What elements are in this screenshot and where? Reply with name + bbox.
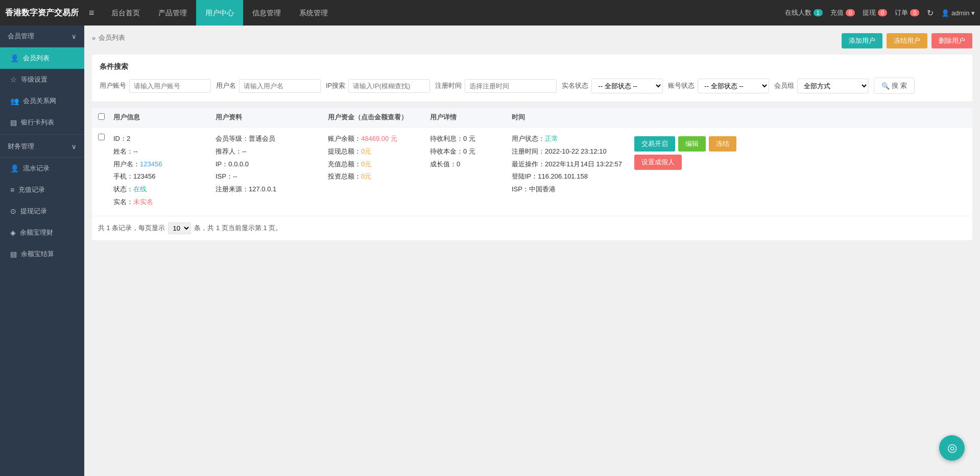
search-form: 用户账号 用户名 IP搜索 注册时间 实名状态 <box>100 78 965 94</box>
user-realname-row: 实名：未实名 <box>113 197 216 208</box>
member-section: 会员管理 ∨ 👤 会员列表 ☆ 等级设置 👥 会员关系网 ▤ 银行卡列表 <box>0 26 84 133</box>
withdraw-count: 提现 0 <box>863 8 887 17</box>
regtime-group: 注册时间 <box>435 79 557 93</box>
sidebar-item-withdraw-record[interactable]: ⊙ 提现记录 <box>0 201 84 222</box>
user-online-status: 在线 <box>133 185 147 193</box>
user-table: 用户信息 用户资料 用户资金（点击金额查看） 用户详情 时间 ID：2 姓名：-… <box>92 108 972 240</box>
account-balance[interactable]: 48469.00 元 <box>361 135 397 142</box>
fab-button[interactable]: ◎ <box>939 435 965 461</box>
user-mobile-row: 手机：123456 <box>113 171 216 182</box>
ip-input[interactable] <box>348 79 430 93</box>
sidebar-item-recharge-record[interactable]: ≡ 充值记录 <box>0 179 84 201</box>
reg-source-row: 注册来源：127.0.0.1 <box>216 184 328 195</box>
breadcrumb: » 会员列表 <box>92 33 125 42</box>
user-realname-status: 未实名 <box>133 198 153 206</box>
username-input[interactable] <box>239 79 321 93</box>
nav-system[interactable]: 系统管理 <box>290 0 337 26</box>
user-status-row: 状态：在线 <box>113 184 216 195</box>
recharge-total[interactable]: 0元 <box>361 160 371 168</box>
account-label: 用户账号 <box>100 81 126 90</box>
sidebar-item-member-network[interactable]: 👥 会员关系网 <box>0 90 84 112</box>
sidebar-item-balance-finance[interactable]: ◈ 余额宝理财 <box>0 222 84 243</box>
top-right-section: 在线人数 1 充值 0 提现 0 订单 0 ↻ 👤 admin ▾ <box>785 8 975 18</box>
account-input[interactable] <box>129 79 211 93</box>
online-count: 在线人数 1 <box>785 8 823 17</box>
admin-account[interactable]: 👤 admin ▾ <box>941 9 975 17</box>
sidebar-item-member-list[interactable]: 👤 会员列表 <box>0 47 84 69</box>
page-size-select[interactable]: 10 <box>168 222 191 234</box>
time-cell: 用户状态：正常 注册时间：2022-10-22 23:12:10 最近操作：20… <box>512 134 634 197</box>
realstatus-select[interactable]: -- 全部状态 -- <box>591 79 663 93</box>
select-all-checkbox[interactable] <box>98 113 105 120</box>
user-id-row: ID：2 <box>113 134 216 144</box>
receive-principal-row: 待收本金：0 元 <box>430 146 512 157</box>
invest-total[interactable]: 0元 <box>361 172 371 180</box>
membergroup-select[interactable]: 全部方式 <box>797 79 869 93</box>
row-checkbox[interactable] <box>98 134 105 140</box>
search-icon: 🔍 <box>881 82 890 90</box>
edit-user-button[interactable]: 编辑 <box>678 136 706 152</box>
col-header-check <box>98 113 113 121</box>
regtime-label: 注册时间 <box>435 81 462 90</box>
main-layout: 会员管理 ∨ 👤 会员列表 ☆ 等级设置 👥 会员关系网 ▤ 银行卡列表 <box>0 26 980 476</box>
trade-toggle-button[interactable]: 交易开启 <box>634 136 675 152</box>
login-ip-row: 登陆IP：116.206.101.158 <box>512 171 634 182</box>
user-name-row: 姓名：-- <box>113 146 216 157</box>
sidebar-item-flow-record[interactable]: 👤 流水记录 <box>0 158 84 179</box>
accountstatus-select[interactable]: -- 全部状态 -- <box>698 79 769 93</box>
col-header-user-info: 用户信息 <box>113 113 216 122</box>
account-group: 用户账号 <box>100 79 211 93</box>
settle-icon: ▤ <box>10 250 17 258</box>
set-fake-button[interactable]: 设置成假人 <box>634 155 682 170</box>
col-header-user-data: 用户资料 <box>216 113 328 122</box>
freeze-user-row-button[interactable]: 冻结 <box>709 136 736 152</box>
isp-row: ISP：-- <box>216 171 328 182</box>
sidebar-item-balance-settle[interactable]: ▤ 余额宝结算 <box>0 243 84 265</box>
top-navigation: 香港数字资产交易所 ≡ 后台首页 产品管理 用户中心 信息管理 系统管理 在线人… <box>0 0 980 26</box>
referrer-row: 推荐人：-- <box>216 146 328 157</box>
finance-section-title[interactable]: 财务管理 ∨ <box>0 136 84 158</box>
user-info-cell: ID：2 姓名：-- 用户名：123456 手机：123456 状态：在线 实名… <box>113 134 216 210</box>
fab-icon: ◎ <box>947 441 957 455</box>
nav-dashboard[interactable]: 后台首页 <box>102 0 149 26</box>
regtime-input[interactable] <box>465 79 557 93</box>
action-row-bottom: 设置成假人 <box>634 155 682 170</box>
user-data-cell: 会员等级：普通会员 推荐人：-- IP：0.0.0.0 ISP：-- 注册来源：… <box>216 134 328 197</box>
ip-group: IP搜索 <box>326 79 430 93</box>
col-header-user-funds: 用户资金（点击金额查看） <box>328 113 430 122</box>
sidebar-item-bank-card[interactable]: ▤ 银行卡列表 <box>0 112 84 133</box>
nav-users[interactable]: 用户中心 <box>196 0 243 26</box>
invest-total-row: 投资总额：0元 <box>328 171 430 182</box>
add-user-button[interactable]: 添加用户 <box>842 33 882 48</box>
sidebar: 会员管理 ∨ 👤 会员列表 ☆ 等级设置 👥 会员关系网 ▤ 银行卡列表 <box>0 26 84 476</box>
card-icon: ▤ <box>10 118 17 127</box>
nav-products[interactable]: 产品管理 <box>149 0 196 26</box>
table-row: ID：2 姓名：-- 用户名：123456 手机：123456 状态：在线 实名… <box>92 128 972 216</box>
withdraw-total[interactable]: 0元 <box>361 147 371 155</box>
success-count-row: 成长值：0 <box>430 159 512 170</box>
freeze-user-button[interactable]: 冻结用户 <box>887 33 927 48</box>
username-label: 用户名 <box>216 81 236 90</box>
site-logo: 香港数字资产交易所 <box>5 8 79 18</box>
membergroup-group: 会员组 全部方式 <box>774 79 869 93</box>
receive-interest-row: 待收利息：0 元 <box>430 134 512 144</box>
last-op-row: 最近操作：2022年11月14日 13:22:57 <box>512 159 634 170</box>
user-username-row: 用户名：123456 <box>113 159 216 170</box>
order-count: 订单 0 <box>895 8 919 17</box>
delete-user-button[interactable]: 删除用户 <box>931 33 972 48</box>
refresh-button[interactable]: ↻ <box>927 8 934 18</box>
sidebar-item-level-setting[interactable]: ☆ 等级设置 <box>0 69 84 90</box>
ip-label: IP搜索 <box>326 81 345 90</box>
main-content: » 会员列表 添加用户 冻结用户 删除用户 条件搜索 用户账号 用户名 <box>84 26 980 476</box>
username-group: 用户名 <box>216 79 321 93</box>
balance-row: 账户余额：48469.00 元 <box>328 134 430 144</box>
user-status-field: 用户状态：正常 <box>512 134 634 144</box>
member-section-title[interactable]: 会员管理 ∨ <box>0 26 84 47</box>
recharge-icon: ≡ <box>10 186 14 194</box>
recharge-total-row: 充值总额：0元 <box>328 159 430 170</box>
nav-items: 后台首页 产品管理 用户中心 信息管理 系统管理 <box>102 0 785 26</box>
menu-toggle-icon[interactable]: ≡ <box>89 8 94 18</box>
username-link[interactable]: 123456 <box>140 160 162 168</box>
nav-info[interactable]: 信息管理 <box>243 0 290 26</box>
search-button[interactable]: 🔍 搜 索 <box>874 78 915 94</box>
